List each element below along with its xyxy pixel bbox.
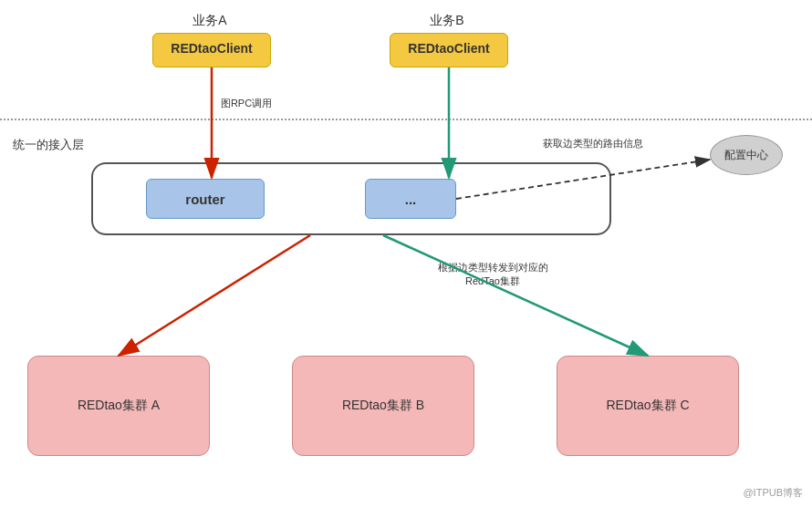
- dotted-divider: [0, 119, 812, 120]
- forward-annotation: 根据边类型转发到对应的 RedTao集群: [420, 261, 566, 289]
- client-b-box: REDtaoClient: [390, 33, 508, 67]
- svg-line-5: [119, 235, 310, 356]
- business-b-label: 业务B: [411, 13, 484, 29]
- cluster-c-box: REDtao集群 C: [557, 356, 739, 456]
- unified-layer-label: 统一的接入层: [13, 137, 84, 153]
- ellipsis-box: ...: [365, 179, 456, 219]
- watermark: @ITPUB博客: [743, 486, 803, 500]
- get-route-info: 获取边类型的路由信息: [529, 137, 657, 150]
- cluster-a-box: REDtao集群 A: [27, 356, 210, 456]
- router-box: router: [146, 179, 265, 219]
- svg-line-6: [383, 235, 648, 356]
- diagram-container: 业务A 业务B REDtaoClient REDtaoClient 图RPC调用…: [0, 0, 812, 507]
- client-a-box: REDtaoClient: [152, 33, 271, 67]
- config-center-box: 配置中心: [710, 135, 783, 175]
- business-a-label: 业务A: [173, 13, 246, 29]
- cluster-b-box: REDtao集群 B: [292, 356, 474, 456]
- rpc-annotation: 图RPC调用: [210, 97, 283, 110]
